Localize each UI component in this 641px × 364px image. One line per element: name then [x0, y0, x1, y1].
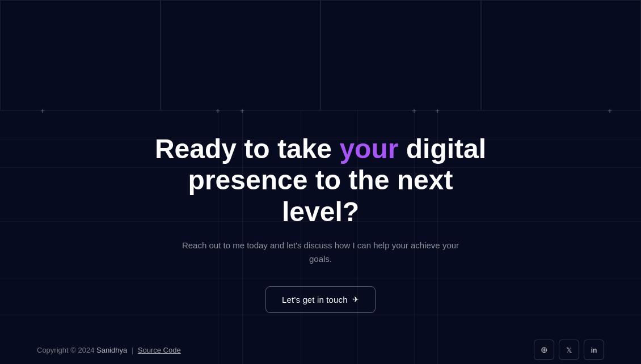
twitter-icon — [566, 345, 572, 355]
panel-2 — [161, 0, 321, 111]
footer-divider: | — [129, 346, 136, 354]
globe-social-button[interactable] — [534, 340, 554, 360]
social-icons — [534, 340, 604, 360]
copyright-text: Copyright © 2024 — [37, 346, 96, 354]
headline-highlight: your — [339, 134, 398, 164]
cta-label: Let's get in touch — [282, 295, 348, 304]
send-icon: ✈ — [352, 295, 359, 304]
linkedin-icon — [591, 345, 597, 355]
panel-1 — [0, 0, 161, 111]
cta-button[interactable]: Let's get in touch ✈ — [265, 286, 376, 313]
headline-line2: presence to the next level? — [188, 165, 453, 226]
linkedin-social-button[interactable] — [584, 340, 604, 360]
footer-left: Copyright © 2024 Sanidhya | Source Code — [37, 346, 181, 354]
twitter-social-button[interactable] — [559, 340, 579, 360]
panel-3 — [320, 0, 481, 111]
headline: Ready to take your digital presence to t… — [150, 133, 491, 227]
top-panels — [0, 0, 641, 111]
headline-part2: digital — [398, 134, 486, 164]
headline-part1: Ready to take — [155, 134, 339, 164]
globe-icon — [541, 345, 548, 355]
panel-4 — [481, 0, 642, 111]
source-code-link[interactable]: Source Code — [138, 346, 181, 354]
name-link[interactable]: Sanidhya — [96, 346, 127, 354]
main-content: Ready to take your digital presence to t… — [0, 111, 641, 364]
footer: Copyright © 2024 Sanidhya | Source Code — [0, 336, 641, 364]
subtext: Reach out to me today and let's discuss … — [179, 239, 462, 266]
